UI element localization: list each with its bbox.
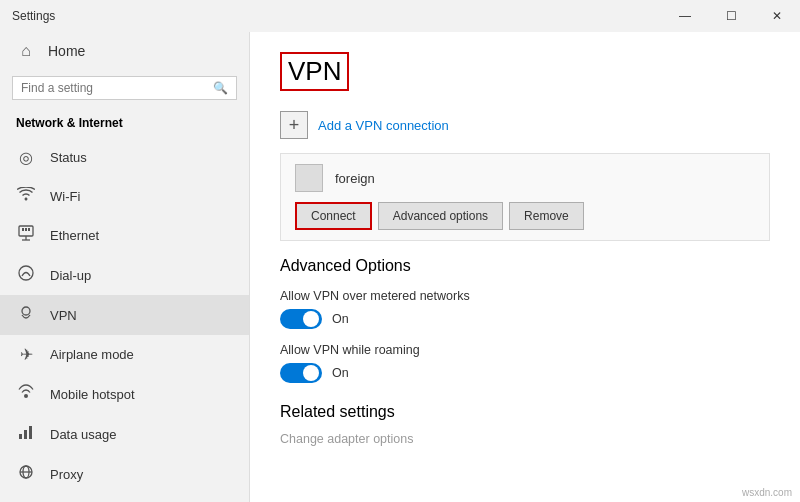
svg-rect-2 <box>25 228 27 231</box>
watermark: wsxdn.com <box>742 487 792 498</box>
vpn-card: foreign Connect Advanced options Remove <box>280 153 770 241</box>
connect-button[interactable]: Connect <box>295 202 372 230</box>
add-vpn-button[interactable]: + Add a VPN connection <box>280 111 770 139</box>
search-box[interactable]: 🔍 <box>12 76 237 100</box>
vpn-connection-name: foreign <box>335 171 375 186</box>
sidebar-item-label: Wi-Fi <box>50 189 80 204</box>
svg-rect-3 <box>28 228 30 231</box>
svg-point-8 <box>24 394 28 398</box>
status-icon: ◎ <box>16 148 36 167</box>
dialup-icon <box>16 265 36 285</box>
option2-toggle[interactable] <box>280 363 322 383</box>
titlebar: Settings — ☐ ✕ <box>0 0 800 32</box>
app-body: ⌂ Home 🔍 Network & Internet ◎ Status Wi-… <box>0 32 800 502</box>
sidebar-item-label: Ethernet <box>50 228 99 243</box>
home-icon: ⌂ <box>16 42 36 60</box>
sidebar-item-label: Proxy <box>50 467 83 482</box>
related-settings-section: Related settings Change adapter options <box>280 403 770 446</box>
sidebar-item-ethernet[interactable]: Ethernet <box>0 215 249 255</box>
svg-rect-11 <box>29 426 32 439</box>
vpn-icon <box>16 305 36 325</box>
option1-toggle[interactable] <box>280 309 322 329</box>
sidebar-item-label: Status <box>50 150 87 165</box>
option1-toggle-row: On <box>280 309 770 329</box>
app-title: Settings <box>12 9 55 23</box>
svg-rect-10 <box>24 430 27 439</box>
related-settings-title: Related settings <box>280 403 770 421</box>
sidebar-item-wifi[interactable]: Wi-Fi <box>0 177 249 215</box>
sidebar-item-airplane[interactable]: ✈ Airplane mode <box>0 335 249 374</box>
sidebar-item-status[interactable]: ◎ Status <box>0 138 249 177</box>
home-label: Home <box>48 43 85 59</box>
close-button[interactable]: ✕ <box>754 0 800 32</box>
proxy-icon <box>16 464 36 484</box>
sidebar-item-label: Dial-up <box>50 268 91 283</box>
option2-toggle-text: On <box>332 366 349 380</box>
content-area: VPN + Add a VPN connection foreign Conne… <box>250 32 800 502</box>
sidebar-item-label: Data usage <box>50 427 117 442</box>
window-controls: — ☐ ✕ <box>662 0 800 32</box>
advanced-options-button[interactable]: Advanced options <box>378 202 503 230</box>
sidebar-item-proxy[interactable]: Proxy <box>0 454 249 494</box>
svg-rect-1 <box>22 228 24 231</box>
svg-point-7 <box>22 307 30 315</box>
sidebar-item-data[interactable]: Data usage <box>0 414 249 454</box>
page-title: VPN <box>280 52 349 91</box>
change-adapter-link: Change adapter options <box>280 432 413 446</box>
wifi-icon <box>16 187 36 205</box>
ethernet-icon <box>16 225 36 245</box>
maximize-button[interactable]: ☐ <box>708 0 754 32</box>
vpn-connection-icon <box>295 164 323 192</box>
vpn-card-header: foreign <box>295 164 755 192</box>
minimize-button[interactable]: — <box>662 0 708 32</box>
search-input[interactable] <box>21 81 207 95</box>
sidebar-item-dialup[interactable]: Dial-up <box>0 255 249 295</box>
svg-rect-9 <box>19 434 22 439</box>
sidebar: ⌂ Home 🔍 Network & Internet ◎ Status Wi-… <box>0 32 250 502</box>
sidebar-section-title: Network & Internet <box>0 110 249 138</box>
sidebar-item-label: VPN <box>50 308 77 323</box>
sidebar-item-home[interactable]: ⌂ Home <box>0 32 249 70</box>
sidebar-item-label: Mobile hotspot <box>50 387 135 402</box>
advanced-options-section: Advanced Options Allow VPN over metered … <box>280 257 770 383</box>
option2-label: Allow VPN while roaming <box>280 343 770 357</box>
remove-button[interactable]: Remove <box>509 202 584 230</box>
vpn-action-buttons: Connect Advanced options Remove <box>295 202 755 230</box>
data-icon <box>16 424 36 444</box>
add-vpn-label: Add a VPN connection <box>318 118 449 133</box>
hotspot-icon <box>16 384 36 404</box>
airplane-icon: ✈ <box>16 345 36 364</box>
plus-icon: + <box>280 111 308 139</box>
advanced-options-title: Advanced Options <box>280 257 770 275</box>
option1-label: Allow VPN over metered networks <box>280 289 770 303</box>
option2-toggle-row: On <box>280 363 770 383</box>
sidebar-item-hotspot[interactable]: Mobile hotspot <box>0 374 249 414</box>
sidebar-item-label: Airplane mode <box>50 347 134 362</box>
search-icon: 🔍 <box>213 81 228 95</box>
option1-toggle-text: On <box>332 312 349 326</box>
sidebar-item-vpn[interactable]: VPN <box>0 295 249 335</box>
